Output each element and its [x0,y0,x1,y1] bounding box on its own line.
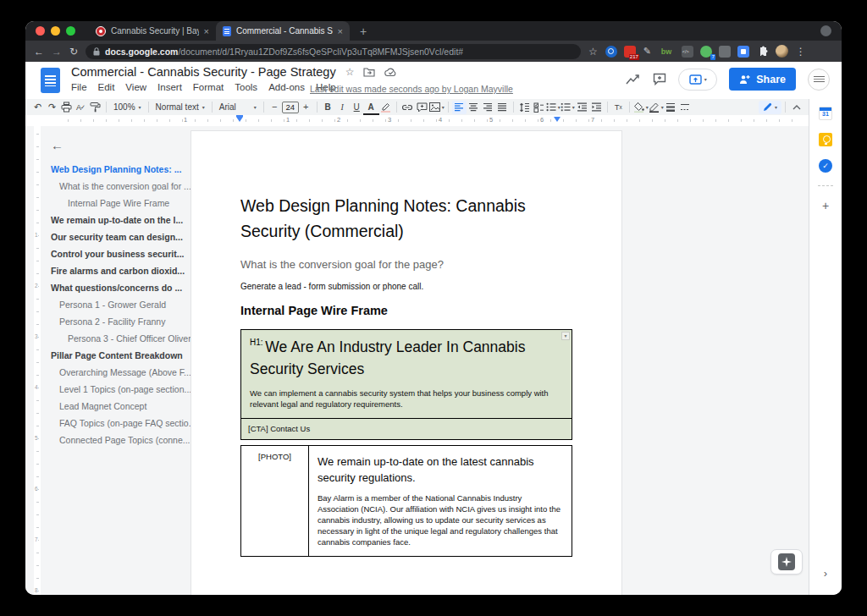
undo-icon[interactable]: ↶ [30,101,45,114]
add-comment-icon[interactable] [415,101,429,114]
bulleted-list-icon[interactable]: ▾ [546,101,561,114]
move-folder-icon[interactable] [363,68,375,77]
print-icon[interactable] [59,101,74,114]
text-color-icon[interactable]: A [364,101,378,114]
paint-format-icon[interactable] [88,101,102,114]
red-extension-icon[interactable]: 217 [624,46,636,58]
font-size-input[interactable]: 24 [282,102,299,113]
italic-icon[interactable]: I [335,101,350,114]
close-window-button[interactable] [36,26,45,36]
outline-item[interactable]: Our security team can design... [42,228,191,245]
menu-view[interactable]: View [125,82,146,92]
tab-search-icon[interactable] [820,25,831,36]
fill-color-icon[interactable]: ▾ [633,101,649,114]
increase-indent-icon[interactable] [589,101,604,114]
tab-close-icon[interactable]: × [338,26,343,36]
outline-item[interactable]: Overarching Message (Above F... [42,364,191,381]
gray-extension-icon[interactable] [719,46,731,58]
border-dash-icon[interactable] [678,101,693,114]
password-extension-icon[interactable] [605,46,617,58]
justify-icon[interactable] [495,101,510,114]
line-spacing-icon[interactable] [517,101,532,114]
browser-menu-icon[interactable]: ⋮ [796,46,806,58]
present-to-meeting-button[interactable]: ▾ [678,69,717,91]
bw-extension-icon[interactable]: bw [661,46,675,58]
collapse-menus-icon[interactable] [789,101,803,114]
document-page[interactable]: Web Design Planning Notes: Cannabis Secu… [191,130,622,595]
paragraph-style-select[interactable]: Normal text▾ [152,102,208,112]
increase-font-size-icon[interactable]: + [299,101,313,114]
minimize-window-button[interactable] [51,26,60,36]
green-extension-icon[interactable]: 7 [700,46,712,58]
share-button[interactable]: Share [729,68,796,91]
insert-image-icon[interactable]: ▾ [429,101,445,114]
outline-item[interactable]: Persona 1 - Grower Gerald [42,296,191,313]
cell-dropdown-icon[interactable]: ▾ [561,332,570,340]
browser-profile-avatar[interactable] [776,45,788,58]
last-edit-link[interactable]: Last edit was made seconds ago by Logan … [310,84,513,94]
menu-edit[interactable]: Edit [98,82,115,92]
back-icon[interactable]: ← [34,47,44,57]
vertical-ruler[interactable]: 12345678 [34,126,41,595]
decrease-font-size-icon[interactable]: − [268,101,282,114]
underline-icon[interactable]: U [350,101,364,114]
forward-icon[interactable]: → [52,47,62,57]
refresh-icon[interactable]: ↻ [69,47,78,57]
menu-tools[interactable]: Tools [235,82,257,92]
checklist-icon[interactable] [532,101,546,114]
pen-extension-icon[interactable] [643,46,654,58]
outline-item[interactable]: Pillar Page Content Breakdown [42,347,191,364]
align-right-icon[interactable] [481,101,495,114]
account-avatar[interactable] [808,69,830,91]
numbered-list-icon[interactable]: ▾ [561,101,575,114]
redo-icon[interactable]: ↷ [45,101,59,114]
font-select[interactable]: Arial▾ [216,102,260,112]
outline-item[interactable]: Control your business securit... [42,245,191,262]
insert-link-icon[interactable] [400,101,415,114]
menu-file[interactable]: File [71,82,87,92]
document-title[interactable]: Commercial - Cannabis Security - Page St… [71,65,336,79]
extensions-puzzle-icon[interactable] [756,46,768,58]
calendar-icon[interactable]: 31 [819,107,832,120]
border-width-icon[interactable] [664,101,678,114]
tab-close-icon[interactable]: × [204,26,209,36]
blue-extension-icon[interactable] [737,46,749,58]
code-extension-icon[interactable] [682,46,693,58]
comments-icon[interactable] [653,73,666,85]
outline-item[interactable]: Lead Magnet Concept [42,398,191,415]
menu-format[interactable]: Format [193,82,224,92]
bookmark-star-icon[interactable]: ☆ [588,46,598,58]
document-activity-icon[interactable] [626,74,641,85]
bold-icon[interactable]: B [321,101,335,114]
highlight-color-icon[interactable] [378,101,393,114]
editing-mode-button[interactable]: ▾ [759,101,781,114]
align-left-icon[interactable] [452,101,467,114]
left-indent-marker[interactable] [236,117,243,122]
clear-formatting-icon[interactable]: Tx [611,101,626,114]
cloud-saved-icon[interactable] [384,68,397,77]
add-addon-icon[interactable]: + [822,199,829,212]
keep-icon[interactable] [819,133,832,146]
google-docs-logo[interactable] [41,68,60,93]
tab-bay-alarm[interactable]: Cannabis Security | Bay Alarm × [89,21,216,41]
tab-docs-active[interactable]: Commercial - Cannabis Securit × [216,21,350,41]
menu-insert[interactable]: Insert [157,82,182,92]
new-tab-button[interactable]: + [360,25,367,38]
zoom-select[interactable]: 100%▾ [110,102,145,112]
outline-item[interactable]: We remain up-to-date on the l... [42,212,191,228]
menu-add-ons[interactable]: Add-ons [268,82,305,92]
outline-item[interactable]: Fire alarms and carbon dioxid... [42,262,191,279]
spellcheck-icon[interactable]: A✓ [74,101,88,114]
outline-item[interactable]: Internal Page Wire Frame [42,195,191,212]
outline-item[interactable]: Persona 3 - Chief Officer Oliver [42,330,191,347]
outline-item[interactable]: Web Design Planning Notes: ... [42,161,191,178]
border-color-icon[interactable]: ▾ [649,101,664,114]
outline-item[interactable]: FAQ Topics (on-page FAQ sectio... [42,415,191,432]
right-indent-marker[interactable] [554,117,561,122]
outline-item[interactable]: What is the conversion goal for ... [42,178,191,195]
outline-item[interactable]: Connected Page Topics (conne... [42,432,191,448]
outline-item[interactable]: What questions/concerns do ... [42,279,191,296]
address-bar[interactable]: docs.google.com/document/d/1Rryau1ZDof9Z… [86,44,581,59]
horizontal-ruler[interactable]: 1 1234567 [25,115,809,126]
star-document-icon[interactable]: ☆ [345,66,355,78]
